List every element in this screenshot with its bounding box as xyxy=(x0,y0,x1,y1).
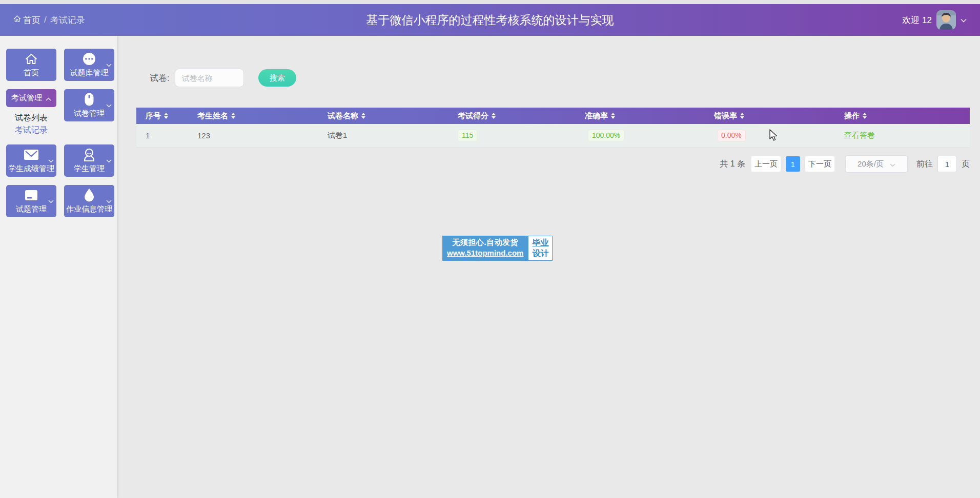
sidebar-item-student-scores[interactable]: 学生成绩管理 xyxy=(6,144,56,177)
column-header-accuracy[interactable]: 准确率 xyxy=(576,108,705,124)
search-input[interactable] xyxy=(175,69,244,87)
watermark-badge: 毕业 设计 xyxy=(528,236,553,261)
score-badge: 115 xyxy=(458,130,477,141)
breadcrumb-current: 考试记录 xyxy=(50,14,85,26)
user-icon xyxy=(83,148,96,161)
exam-submenu: 试卷列表 考试记录 xyxy=(6,112,56,136)
column-header-score[interactable]: 考试得分 xyxy=(448,108,576,124)
breadcrumb: 首页 / 考试记录 xyxy=(13,14,85,26)
chevron-down-icon xyxy=(48,196,54,205)
error-rate-badge: 0.00% xyxy=(717,130,746,141)
sidebar-item-question-management[interactable]: 试题管理 xyxy=(6,185,56,217)
column-header-student-name[interactable]: 考生姓名 xyxy=(188,108,318,124)
pagination-total: 共 1 条 xyxy=(720,159,745,170)
sidebar: 首页 试题库管理 考试管理 试卷 xyxy=(0,36,118,498)
cell-paper-name: 试卷1 xyxy=(318,124,448,147)
chevron-down-icon xyxy=(106,156,112,164)
sort-caret-icon xyxy=(361,113,365,119)
exam-records-table: 序号 考生姓名 试卷名称 考试得分 准确率 xyxy=(136,108,970,148)
mouse-icon xyxy=(84,93,94,106)
sort-caret-icon xyxy=(611,113,615,119)
watermark: 无须担心.自动发货 www.51topmind.com 毕业 设计 xyxy=(442,236,553,261)
column-header-paper-name[interactable]: 试卷名称 xyxy=(318,108,448,124)
sidebar-item-question-bank[interactable]: 试题库管理 xyxy=(64,49,114,81)
search-button[interactable]: 搜索 xyxy=(258,69,296,87)
page-number-1[interactable]: 1 xyxy=(786,156,800,172)
chevron-down-icon xyxy=(890,160,895,169)
goto-label: 前往 xyxy=(916,159,933,170)
sort-caret-icon xyxy=(740,113,744,119)
chevron-down-icon xyxy=(106,100,112,109)
app-header: 首页 / 考试记录 基于微信小程序的过程性考核系统的设计与实现 欢迎 12 xyxy=(0,4,980,36)
page-size-value: 20条/页 xyxy=(858,159,884,169)
page-title: 基于微信小程序的过程性考核系统的设计与实现 xyxy=(366,12,614,28)
drop-icon xyxy=(84,189,95,202)
table-row: 1 123 试卷1 115 100.00% 0.00% 查看答卷 xyxy=(136,124,970,148)
sort-caret-icon xyxy=(492,113,496,119)
sidebar-item-student-management[interactable]: 学生管理 xyxy=(64,144,114,177)
chevron-down-icon xyxy=(106,196,112,205)
view-answer-link[interactable]: 查看答卷 xyxy=(844,131,875,140)
sidebar-item-label: 试题库管理 xyxy=(70,68,109,78)
goto-page-input[interactable] xyxy=(937,156,957,172)
cell-seq: 1 xyxy=(136,124,188,147)
column-header-actions[interactable]: 操作 xyxy=(835,108,970,124)
prev-page-button[interactable]: 上一页 xyxy=(751,156,781,172)
welcome-text: 欢迎 12 xyxy=(902,14,932,26)
sort-caret-icon xyxy=(863,113,867,119)
watermark-text: 无须担心.自动发货 www.51topmind.com xyxy=(442,236,528,261)
breadcrumb-home-label: 首页 xyxy=(23,14,40,26)
column-header-seq[interactable]: 序号 xyxy=(136,108,188,124)
breadcrumb-separator: / xyxy=(44,15,47,25)
home-icon xyxy=(13,15,21,25)
avatar[interactable] xyxy=(936,10,956,30)
goto-unit: 页 xyxy=(962,159,970,170)
chevron-down-icon xyxy=(48,156,54,164)
submenu-item-paper-list[interactable]: 试卷列表 xyxy=(6,112,56,124)
search-label: 试卷: xyxy=(150,72,170,84)
card-icon xyxy=(24,189,38,202)
chevron-up-icon xyxy=(46,94,51,102)
sidebar-item-label: 首页 xyxy=(24,68,39,78)
submenu-item-exam-records[interactable]: 考试记录 xyxy=(6,124,56,136)
sidebar-item-exam-management[interactable]: 考试管理 xyxy=(6,89,56,107)
cell-student-name: 123 xyxy=(188,124,318,147)
accuracy-badge: 100.00% xyxy=(588,130,624,141)
sidebar-item-paper-management[interactable]: 试卷管理 xyxy=(64,89,114,121)
main-content: 试卷: 搜索 序号 考生姓名 试卷名称 考试得分 xyxy=(118,36,980,498)
sidebar-item-homework-info[interactable]: 作业信息管理 xyxy=(64,185,114,217)
page-size-select[interactable]: 20条/页 xyxy=(845,155,908,173)
sidebar-item-home[interactable]: 首页 xyxy=(6,49,56,81)
chevron-down-icon xyxy=(961,15,967,25)
sidebar-item-label: 考试管理 xyxy=(11,93,42,103)
sidebar-item-label: 试卷管理 xyxy=(74,109,105,118)
header-user-area[interactable]: 欢迎 12 xyxy=(902,10,967,30)
breadcrumb-home[interactable]: 首页 xyxy=(13,14,40,26)
home-icon xyxy=(25,52,38,66)
question-bank-icon xyxy=(82,52,96,66)
mail-icon xyxy=(24,148,39,161)
sort-caret-icon xyxy=(231,113,235,119)
table-header-row: 序号 考生姓名 试卷名称 考试得分 准确率 xyxy=(136,108,970,124)
sidebar-item-label: 学生管理 xyxy=(74,164,105,174)
next-page-button[interactable]: 下一页 xyxy=(805,156,835,172)
pagination: 共 1 条 上一页 1 下一页 20条/页 前往 页 xyxy=(136,155,970,173)
chevron-down-icon xyxy=(106,60,112,69)
sidebar-item-label: 试题管理 xyxy=(16,204,47,214)
sidebar-item-label: 学生成绩管理 xyxy=(8,164,54,174)
sort-caret-icon xyxy=(164,113,168,119)
column-header-error-rate[interactable]: 错误率 xyxy=(705,108,835,124)
sidebar-item-label: 作业信息管理 xyxy=(66,204,112,214)
search-bar: 试卷: 搜索 xyxy=(150,69,980,87)
window-top-strip xyxy=(0,0,980,4)
